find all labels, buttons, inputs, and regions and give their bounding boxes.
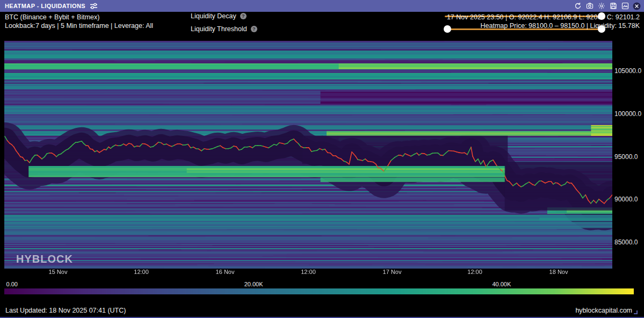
price-tick: 105000.0	[614, 67, 644, 75]
time-tick: 16 Nov	[216, 269, 235, 275]
time-tick: 17 Nov	[383, 269, 402, 275]
app-window: HEATMAP - LIQUIDATIONS	[0, 0, 644, 318]
site-link[interactable]: hyblockcapital.com	[575, 307, 632, 314]
hyblock-watermark: HYBLOCK	[16, 253, 73, 265]
colorbar-tick: 40.00K	[492, 281, 511, 287]
page-title: HEATMAP - LIQUIDATIONS	[5, 3, 85, 9]
price-tick: 85000.0	[614, 238, 644, 246]
help-icon[interactable]: ?	[240, 13, 247, 19]
settings-icon[interactable]	[597, 2, 605, 10]
time-tick: 12:00	[467, 269, 482, 275]
lookback-line: Lookback:7 days | 5 Min timeframe | Leve…	[5, 21, 153, 30]
time-tick: 12:00	[134, 269, 149, 275]
refresh-icon[interactable]	[574, 2, 582, 10]
ohlc-readout: 17 Nov 2025 23:50 | O: 92022.4 H: 92106.…	[447, 13, 640, 21]
time-tick: 12:00	[301, 269, 316, 275]
help-icon[interactable]: ?	[251, 26, 257, 32]
readout-header: 17 Nov 2025 23:50 | O: 92022.4 H: 92106.…	[447, 13, 640, 30]
liquidity-decay-row: Liquidity Decay ?	[191, 12, 422, 20]
liquidity-decay-label: Liquidity Decay	[191, 12, 236, 20]
heatmap-price-readout: Heatmap Price: 98100.0 – 98150.0 | Liqui…	[447, 21, 640, 30]
top-bar: HEATMAP - LIQUIDATIONS	[0, 0, 644, 12]
time-tick: 15 Nov	[49, 269, 68, 275]
colorbar-tick: 20.00K	[244, 281, 263, 287]
time-tick: 18 Nov	[549, 269, 568, 275]
last-updated-text: Last Updated: 18 Nov 2025 07:41 (UTC)	[5, 307, 126, 314]
close-icon[interactable]	[633, 2, 641, 10]
tune-sliders-icon[interactable]	[90, 3, 98, 9]
liquidity-threshold-label: Liquidity Threshold	[191, 25, 247, 33]
symbol-line: BTC (Binance + Bybit + Bitmex)	[5, 13, 153, 21]
price-tick: 100000.0	[614, 110, 644, 118]
instrument-header: BTC (Binance + Bybit + Bitmex) Lookback:…	[5, 13, 153, 30]
liquidity-threshold-row: Liquidity Threshold ?	[191, 25, 422, 33]
toolbar-icons	[574, 0, 641, 12]
price-tick: 95000.0	[614, 153, 644, 161]
camera-icon[interactable]	[585, 2, 594, 10]
heatmap-canvas[interactable]	[4, 41, 612, 269]
price-tick: 90000.0	[614, 196, 644, 203]
corner-bracket-icon	[634, 310, 638, 314]
colorbar-tick: 0.00	[6, 281, 18, 287]
colorbar	[4, 288, 634, 294]
export-image-icon[interactable]	[621, 2, 629, 10]
save-icon[interactable]	[609, 2, 617, 10]
